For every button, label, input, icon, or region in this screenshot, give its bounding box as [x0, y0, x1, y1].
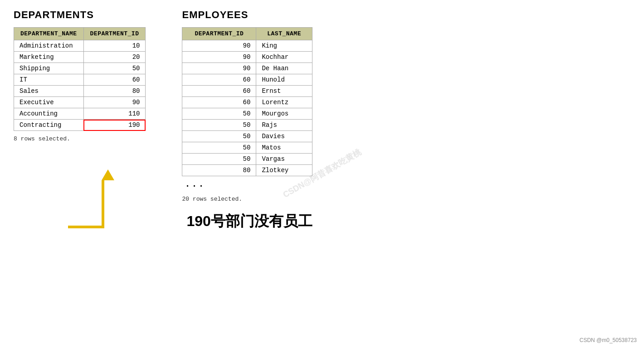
table-row: Executive90	[14, 97, 146, 108]
emp-last-name-cell: Vargas	[256, 154, 312, 165]
table-row: 80Zlotkey	[182, 165, 312, 176]
emp-last-name-cell: Rajs	[256, 120, 312, 131]
table-row: Sales80	[14, 86, 146, 97]
dept-id-cell: 190	[83, 120, 146, 131]
arrow-wrapper	[68, 169, 104, 228]
emp-dept-id-cell: 50	[182, 120, 256, 131]
emp-dept-id-cell: 90	[182, 40, 256, 52]
emp-last-name-cell: De Haan	[256, 63, 312, 74]
dept-name-cell: Executive	[14, 97, 84, 108]
emp-dept-id-cell: 50	[182, 142, 256, 154]
departments-table: DEPARTMENT_NAME DEPARTMENT_ID Administra…	[14, 27, 146, 131]
table-row: 60Hunold	[182, 74, 312, 86]
table-row: 50Mourgos	[182, 108, 312, 120]
table-row: Contracting190	[14, 120, 146, 131]
emp-last-name-cell: Davies	[256, 131, 312, 142]
dept-name-cell: Marketing	[14, 52, 84, 63]
employees-rows-selected: 20 rows selected.	[182, 196, 312, 202]
dept-name-cell: Accounting	[14, 108, 84, 120]
dept-id-cell: 50	[83, 63, 146, 74]
dept-id-cell: 90	[83, 97, 146, 108]
emp-dept-id-cell: 90	[182, 52, 256, 63]
annotation-text: 190号部门没有员工	[186, 213, 312, 229]
main-layout: DEPARTMENTS DEPARTMENT_NAME DEPARTMENT_I…	[14, 9, 630, 231]
table-row: Accounting110	[14, 108, 146, 120]
dept-col-name: DEPARTMENT_NAME	[14, 28, 84, 40]
emp-last-name-cell: Mourgos	[256, 108, 312, 120]
dept-id-cell: 110	[83, 108, 146, 120]
dept-id-cell: 80	[83, 86, 146, 97]
emp-dept-id-cell: 60	[182, 86, 256, 97]
dept-id-cell: 60	[83, 74, 146, 86]
table-row: Administration10	[14, 40, 146, 52]
emp-dept-id-cell: 90	[182, 63, 256, 74]
dept-name-cell: Administration	[14, 40, 84, 52]
table-row: 50Davies	[182, 131, 312, 142]
emp-dept-id-cell: 60	[182, 97, 256, 108]
emp-dept-id-cell: 60	[182, 74, 256, 86]
table-row: 60Lorentz	[182, 97, 312, 108]
table-row: 50Vargas	[182, 154, 312, 165]
arrow-shaft	[102, 180, 104, 226]
emp-last-name-cell: Hunold	[256, 74, 312, 86]
table-row: 90De Haan	[182, 63, 312, 74]
arrow-base	[68, 226, 104, 228]
emp-col-last-name: LAST_NAME	[256, 28, 312, 40]
emp-last-name-cell: Kochhar	[256, 52, 312, 63]
dept-col-id: DEPARTMENT_ID	[83, 28, 146, 40]
table-row: IT60	[14, 74, 146, 86]
departments-title: DEPARTMENTS	[14, 9, 146, 21]
departments-section: DEPARTMENTS DEPARTMENT_NAME DEPARTMENT_I…	[14, 9, 146, 228]
emp-last-name-cell: Matos	[256, 142, 312, 154]
arrow-head-icon	[102, 169, 114, 180]
dept-name-cell: Contracting	[14, 120, 84, 131]
departments-rows-selected: 8 rows selected.	[14, 135, 146, 142]
table-row: 50Matos	[182, 142, 312, 154]
employees-section: EMPLOYEES DEPARTMENT_ID LAST_NAME 90King…	[182, 9, 312, 231]
table-row: 90King	[182, 40, 312, 52]
emp-last-name-cell: Ernst	[256, 86, 312, 97]
employees-table: DEPARTMENT_ID LAST_NAME 90King90Kochhar9…	[182, 27, 312, 176]
emp-col-dept-id: DEPARTMENT_ID	[182, 28, 256, 40]
table-row: Shipping50	[14, 63, 146, 74]
dept-name-cell: Shipping	[14, 63, 84, 74]
emp-dept-id-cell: 50	[182, 108, 256, 120]
table-row: 50Rajs	[182, 120, 312, 131]
table-row: Marketing20	[14, 52, 146, 63]
dept-id-cell: 10	[83, 40, 146, 52]
dept-name-cell: Sales	[14, 86, 84, 97]
dept-id-cell: 20	[83, 52, 146, 63]
employees-title: EMPLOYEES	[182, 9, 312, 21]
emp-last-name-cell: King	[256, 40, 312, 52]
ellipsis: ...	[185, 179, 312, 189]
table-row: 60Ernst	[182, 86, 312, 97]
emp-dept-id-cell: 50	[182, 154, 256, 165]
dept-name-cell: IT	[14, 74, 84, 86]
emp-dept-id-cell: 50	[182, 131, 256, 142]
emp-last-name-cell: Lorentz	[256, 97, 312, 108]
emp-dept-id-cell: 80	[182, 165, 256, 176]
watermark-author: CSDN @m0_50538723	[580, 337, 637, 343]
emp-last-name-cell: Zlotkey	[256, 165, 312, 176]
table-row: 90Kochhar	[182, 52, 312, 63]
